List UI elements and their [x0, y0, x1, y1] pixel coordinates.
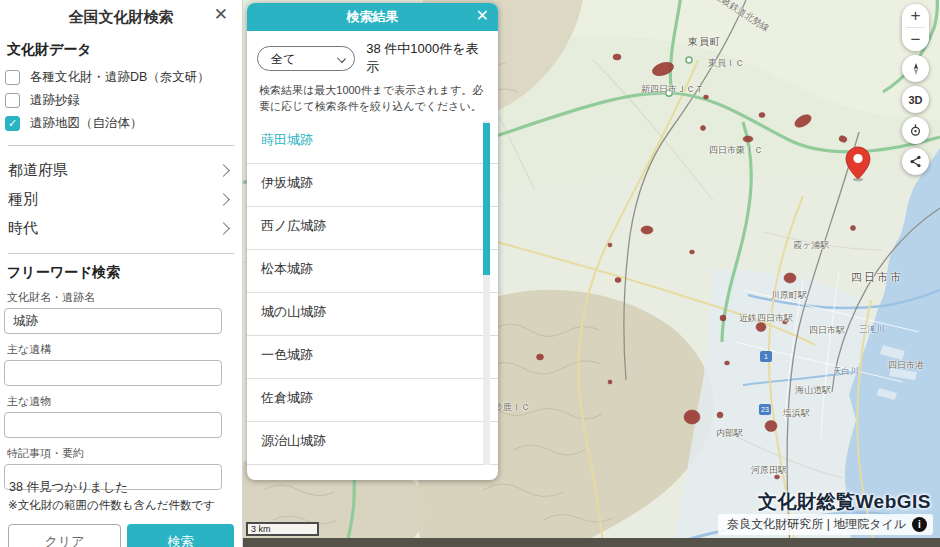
- map-controls: + − 3D: [902, 4, 929, 175]
- expander-label: 時代: [8, 219, 38, 238]
- freeword-section-title: フリーワード検索: [7, 264, 232, 282]
- checkbox[interactable]: ✓: [5, 116, 20, 131]
- field-label: 主な遺物: [7, 394, 242, 409]
- result-item[interactable]: 西ノ広城跡: [247, 207, 498, 250]
- site-polygon[interactable]: [537, 354, 544, 360]
- app: 三岐鉄道北勢線東員町東員ＩＣ新四日市ＪＣＴ四日市東ＩＣ霞ヶ浦駅四日市市川原町駅近…: [0, 0, 940, 547]
- result-item[interactable]: 一色城跡: [247, 336, 498, 379]
- field-group: 文化財名・遺跡名主な遺構主な遺物特記事項・要約: [0, 290, 242, 490]
- site-polygon[interactable]: [851, 226, 856, 231]
- results-list[interactable]: 蒔田城跡伊坂城跡西ノ広城跡松本城跡城の山城跡一色城跡佐倉城跡源治山城跡: [247, 121, 498, 465]
- checkbox-label: 遺跡地図（自治体）: [30, 115, 143, 132]
- expander-row-都道府県[interactable]: 都道府県: [0, 156, 242, 185]
- share-button[interactable]: [902, 148, 929, 175]
- site-polygon[interactable]: [784, 273, 796, 283]
- results-note: 検索結果は最大1000件まで表示されます。必要に応じて検索条件を絞り込んでくださ…: [247, 76, 498, 121]
- site-polygon[interactable]: [783, 320, 788, 324]
- site-polygon[interactable]: [725, 361, 730, 365]
- result-item[interactable]: 佐倉城跡: [247, 379, 498, 422]
- field-label: 特記事項・要約: [7, 446, 242, 461]
- site-polygon[interactable]: [743, 136, 753, 142]
- expander-label: 都道府県: [8, 161, 68, 180]
- scrollbar-thumb[interactable]: [483, 123, 490, 275]
- expander-label: 種別: [8, 190, 38, 209]
- site-polygon[interactable]: [613, 54, 621, 60]
- share-icon: [908, 154, 923, 169]
- found-note: ※文化財の範囲の件数も含んだ件数です: [8, 498, 234, 513]
- checkbox-group: 各種文化財・遺跡DB（奈文研）遺跡抄録✓遺跡地図（自治体）: [0, 66, 242, 135]
- expander-row-時代[interactable]: 時代: [0, 214, 242, 243]
- expander-row-種別[interactable]: 種別: [0, 185, 242, 214]
- scale-bar: 3 km: [246, 522, 319, 536]
- info-icon[interactable]: i: [912, 517, 927, 532]
- text-field[interactable]: [4, 360, 222, 386]
- site-polygon[interactable]: [701, 126, 706, 131]
- checkbox-row[interactable]: 遺跡抄録: [0, 89, 242, 112]
- results-title: 検索結果: [347, 8, 399, 26]
- result-filter-value: 全て: [271, 52, 295, 66]
- site-polygon[interactable]: [608, 380, 612, 384]
- chevron-right-icon: [217, 164, 230, 177]
- locate-icon: [907, 122, 924, 139]
- search-sidebar: 全国文化財検索 ✕ 文化財データ 各種文化財・遺跡DB（奈文研）遺跡抄録✓遺跡地…: [0, 0, 243, 547]
- field-label: 文化財名・遺跡名: [7, 290, 242, 305]
- checkbox-row[interactable]: 各種文化財・遺跡DB（奈文研）: [0, 66, 242, 89]
- site-polygon[interactable]: [615, 278, 621, 283]
- site-polygon[interactable]: [717, 412, 723, 418]
- found-count: 38 件見つかりました: [9, 479, 234, 496]
- sidebar-close-button[interactable]: ✕: [214, 5, 228, 25]
- result-item[interactable]: 伊坂城跡: [247, 164, 498, 207]
- compass-icon: [908, 61, 924, 77]
- site-polygon[interactable]: [684, 410, 700, 424]
- sidebar-title: 全国文化財検索: [69, 8, 174, 25]
- checkbox[interactable]: [5, 93, 20, 108]
- checkbox-label: 各種文化財・遺跡DB（奈文研）: [30, 69, 210, 86]
- site-polygon[interactable]: [765, 421, 777, 432]
- results-count: 38 件中1000件を表示: [366, 40, 488, 76]
- sidebar-footer: 38 件見つかりました ※文化財の範囲の件数も含んだ件数です クリア 検索: [0, 479, 242, 547]
- clear-button[interactable]: クリア: [8, 524, 121, 547]
- results-controls: 全て 38 件中1000件を表示: [247, 31, 498, 76]
- field-label: 主な遺構: [7, 342, 242, 357]
- zoom-out-button[interactable]: −: [902, 28, 929, 51]
- site-polygon[interactable]: [704, 95, 709, 99]
- site-polygon[interactable]: [608, 243, 612, 247]
- expander-group: 都道府県種別時代: [0, 156, 242, 243]
- app-brand: 文化財総覧WebGIS: [758, 489, 931, 515]
- result-filter-select[interactable]: 全て: [257, 46, 355, 71]
- map-attribution: 奈良文化財研究所 | 地理院タイル i: [718, 514, 933, 535]
- locate-button[interactable]: [902, 117, 929, 144]
- results-header: 検索結果 ✕: [247, 3, 498, 31]
- zoom-in-button[interactable]: +: [902, 4, 929, 27]
- search-button[interactable]: 検索: [127, 524, 234, 547]
- bottom-strip: [243, 538, 940, 547]
- chevron-right-icon: [217, 193, 230, 206]
- site-polygon[interactable]: [641, 226, 653, 234]
- site-polygon[interactable]: [690, 250, 695, 254]
- site-polygon[interactable]: [759, 113, 765, 118]
- scrollbar-track[interactable]: [483, 121, 490, 465]
- site-polygon[interactable]: [756, 323, 766, 332]
- map-marker[interactable]: [845, 146, 871, 182]
- results-panel: 検索結果 ✕ 全て 38 件中1000件を表示 検索結果は最大1000件まで表示…: [247, 3, 498, 480]
- data-section-title: 文化財データ: [7, 41, 232, 59]
- results-close-button[interactable]: ✕: [476, 6, 489, 25]
- checkbox-label: 遺跡抄録: [30, 92, 80, 109]
- checkbox-row[interactable]: ✓遺跡地図（自治体）: [0, 112, 242, 135]
- result-item[interactable]: 蒔田城跡: [247, 121, 498, 164]
- text-field[interactable]: [4, 412, 222, 438]
- divider: [8, 145, 234, 146]
- result-item[interactable]: 源治山城跡: [247, 422, 498, 465]
- divider: [8, 253, 234, 254]
- sidebar-header: 全国文化財検索 ✕: [0, 0, 242, 33]
- 3d-button[interactable]: 3D: [902, 86, 929, 113]
- text-field[interactable]: [4, 308, 222, 334]
- site-polygon[interactable]: [720, 315, 726, 321]
- site-polygon[interactable]: [775, 475, 780, 479]
- compass-button[interactable]: [902, 55, 929, 82]
- result-item[interactable]: 城の山城跡: [247, 293, 498, 336]
- result-item[interactable]: 松本城跡: [247, 250, 498, 293]
- checkbox[interactable]: [5, 70, 20, 85]
- chevron-down-icon: [337, 54, 346, 63]
- chevron-right-icon: [217, 222, 230, 235]
